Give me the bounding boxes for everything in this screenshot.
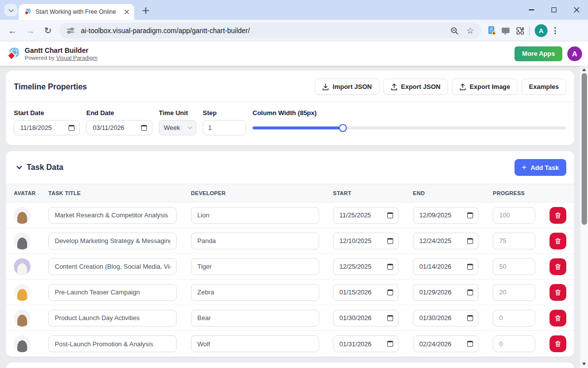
trash-icon bbox=[554, 237, 562, 245]
browser-profile-avatar[interactable]: A bbox=[535, 24, 548, 37]
timeline-end-date-input[interactable]: 03/11/2026 bbox=[86, 120, 152, 135]
task-title-input[interactable] bbox=[48, 310, 177, 327]
calendar-icon[interactable] bbox=[467, 341, 473, 347]
calendar-icon[interactable] bbox=[387, 289, 393, 295]
developer-input[interactable] bbox=[191, 207, 319, 224]
task-avatar bbox=[14, 310, 31, 327]
user-avatar[interactable]: A bbox=[567, 46, 582, 61]
end-date-value: 01/30/2026 bbox=[419, 314, 467, 322]
progress-input[interactable] bbox=[493, 310, 535, 327]
developer-input[interactable] bbox=[191, 310, 319, 327]
start-date-input[interactable]: 01/31/2026 bbox=[333, 335, 399, 352]
end-date-input[interactable]: 01/14/2026 bbox=[413, 258, 478, 275]
examples-button[interactable]: Examples bbox=[521, 79, 566, 95]
address-bar[interactable]: ai-toolbox.visual-paradigm.com/app/gantt… bbox=[59, 23, 481, 39]
download-page-icon[interactable] bbox=[487, 26, 496, 36]
delete-task-button[interactable] bbox=[550, 335, 566, 352]
task-data-title: Task Data bbox=[27, 163, 63, 172]
delete-task-button[interactable] bbox=[550, 284, 566, 301]
tab-search-button[interactable] bbox=[4, 4, 17, 16]
scrollbar-up-arrow[interactable] bbox=[582, 68, 586, 71]
calendar-icon[interactable] bbox=[387, 264, 393, 270]
task-title-input[interactable] bbox=[48, 258, 177, 275]
more-apps-button[interactable]: More Apps bbox=[514, 46, 562, 61]
export-json-button[interactable]: Export JSON bbox=[383, 79, 448, 95]
end-date-input[interactable]: 01/29/2026 bbox=[413, 284, 478, 301]
forward-button[interactable]: → bbox=[22, 22, 38, 39]
bookmark-star-icon[interactable]: ☆ bbox=[465, 26, 476, 36]
scrollbar-thumb[interactable] bbox=[582, 73, 587, 225]
window-close-button[interactable] bbox=[565, 0, 588, 20]
delete-task-button[interactable] bbox=[550, 207, 566, 224]
progress-input[interactable] bbox=[493, 284, 535, 301]
progress-input[interactable] bbox=[493, 233, 535, 249]
chevron-down-icon bbox=[188, 125, 192, 129]
progress-input[interactable] bbox=[493, 207, 535, 224]
extensions-puzzle-icon[interactable] bbox=[515, 26, 524, 36]
import-json-button[interactable]: Import JSON bbox=[315, 79, 379, 95]
column-width-slider[interactable] bbox=[253, 120, 566, 135]
visual-paradigm-link[interactable]: Visual Paradigm bbox=[56, 55, 98, 61]
progress-input[interactable] bbox=[493, 335, 535, 352]
column-header-avatar: AVATAR bbox=[14, 190, 48, 196]
collapse-section-button[interactable] bbox=[14, 162, 25, 173]
delete-task-button[interactable] bbox=[550, 233, 566, 249]
tab-close-button[interactable] bbox=[124, 9, 129, 14]
scrollbar-down-arrow[interactable] bbox=[582, 363, 586, 366]
developer-input[interactable] bbox=[191, 233, 319, 249]
browser-tab[interactable]: Start Working with Free Online bbox=[19, 4, 134, 20]
start-date-input[interactable]: 01/15/2026 bbox=[333, 284, 399, 301]
delete-task-button[interactable] bbox=[550, 258, 566, 275]
calendar-icon[interactable] bbox=[467, 315, 473, 321]
chat-icon[interactable] bbox=[501, 26, 510, 35]
zoom-out-icon[interactable] bbox=[449, 27, 460, 35]
delete-task-button[interactable] bbox=[550, 310, 566, 327]
developer-input[interactable] bbox=[191, 335, 319, 352]
add-task-button[interactable]: + Add Task bbox=[514, 159, 567, 176]
calendar-icon[interactable] bbox=[467, 212, 473, 218]
plus-icon: + bbox=[522, 163, 527, 172]
end-date-input[interactable]: 12/24/2025 bbox=[413, 233, 478, 249]
calendar-icon[interactable] bbox=[141, 125, 147, 131]
timeline-start-date-input[interactable]: 11/18/2025 bbox=[14, 120, 80, 135]
reload-button[interactable]: ↻ bbox=[39, 22, 56, 39]
browser-menu-icon[interactable] bbox=[552, 25, 558, 36]
developer-input[interactable] bbox=[191, 284, 319, 301]
task-avatar bbox=[14, 233, 31, 249]
site-settings-icon[interactable] bbox=[65, 27, 76, 35]
developer-input[interactable] bbox=[191, 258, 319, 275]
task-title-input[interactable] bbox=[48, 335, 177, 352]
app-logo bbox=[6, 46, 21, 61]
window-maximize-button[interactable] bbox=[543, 0, 565, 20]
calendar-icon[interactable] bbox=[467, 289, 473, 295]
export-image-button[interactable]: Export Image bbox=[452, 79, 517, 95]
avatar-animal bbox=[17, 289, 27, 301]
calendar-icon[interactable] bbox=[387, 315, 393, 321]
calendar-icon[interactable] bbox=[387, 212, 393, 218]
calendar-icon[interactable] bbox=[69, 125, 74, 131]
start-date-input[interactable]: 12/10/2025 bbox=[333, 233, 399, 249]
page-scrollbar[interactable] bbox=[580, 66, 588, 368]
step-input[interactable] bbox=[203, 120, 246, 135]
avatar-animal bbox=[17, 212, 27, 224]
calendar-icon[interactable] bbox=[387, 238, 393, 244]
end-date-input[interactable]: 01/30/2026 bbox=[413, 310, 478, 327]
task-title-input[interactable] bbox=[48, 284, 177, 301]
progress-input[interactable] bbox=[493, 258, 535, 275]
start-date-input[interactable]: 11/25/2025 bbox=[333, 207, 399, 224]
new-tab-button[interactable] bbox=[140, 5, 151, 16]
time-unit-select[interactable]: Week bbox=[159, 120, 196, 135]
slider-thumb[interactable] bbox=[339, 124, 347, 132]
start-date-input[interactable]: 01/30/2026 bbox=[333, 310, 399, 327]
start-date-input[interactable]: 12/25/2025 bbox=[333, 258, 399, 275]
calendar-icon[interactable] bbox=[467, 238, 473, 244]
task-title-input[interactable] bbox=[48, 233, 177, 249]
end-date-input[interactable]: 12/09/2025 bbox=[413, 207, 478, 224]
window-minimize-button[interactable] bbox=[520, 0, 543, 20]
calendar-icon[interactable] bbox=[467, 264, 473, 270]
step-label: Step bbox=[203, 109, 246, 117]
calendar-icon[interactable] bbox=[387, 341, 393, 347]
task-title-input[interactable] bbox=[48, 207, 177, 224]
end-date-input[interactable]: 02/24/2026 bbox=[413, 335, 478, 352]
back-button[interactable]: ← bbox=[4, 22, 21, 39]
